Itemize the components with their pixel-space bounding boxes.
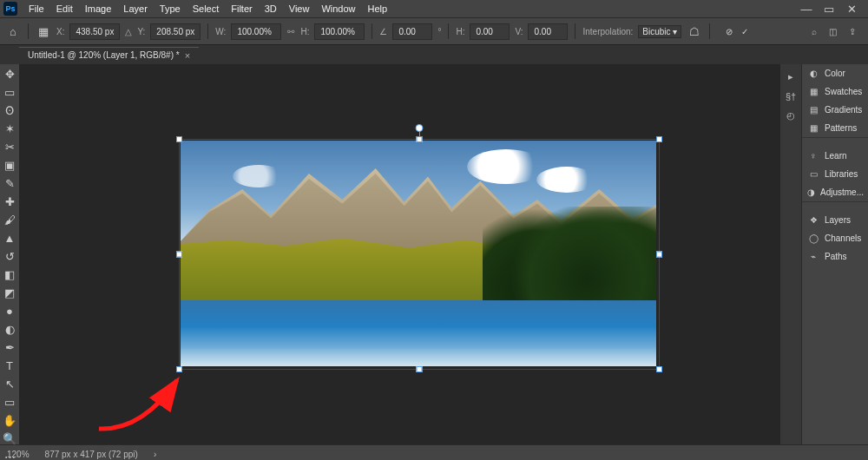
- skew-v-field[interactable]: [528, 23, 568, 40]
- warp-icon[interactable]: ☖: [687, 23, 702, 39]
- menu-window[interactable]: Window: [315, 2, 361, 16]
- y-input[interactable]: [155, 26, 196, 37]
- menu-layer[interactable]: Layer: [117, 2, 154, 16]
- y-field[interactable]: [150, 23, 201, 40]
- menu-select[interactable]: Select: [187, 2, 226, 16]
- panel-dock: ◐Color ▦Swatches ▤Gradients ▦Patterns ♀L…: [801, 64, 868, 444]
- document-tab[interactable]: Untitled-1 @ 120% (Layer 1, RGB/8#) * ×: [19, 47, 199, 63]
- panel-patterns[interactable]: ▦Patterns: [802, 119, 868, 137]
- minimize-button[interactable]: —: [800, 3, 812, 16]
- close-tab-icon[interactable]: ×: [185, 50, 190, 61]
- panel-layers[interactable]: ❖Layers: [802, 211, 868, 229]
- options-bar: ⌂ ▦ X: △ Y: W: ⚯ H: ∠ ° H: V: Interpolat…: [0, 17, 868, 45]
- interpolation-select[interactable]: Bicubic ▾: [638, 25, 681, 38]
- healing-tool-icon[interactable]: ✚: [2, 195, 17, 208]
- menu-help[interactable]: Help: [362, 2, 394, 16]
- panel-gradients[interactable]: ▤Gradients: [802, 101, 868, 119]
- lasso-tool-icon[interactable]: ʘ: [2, 104, 17, 117]
- marquee-tool-icon[interactable]: ▭: [2, 86, 17, 99]
- eyedropper-tool-icon[interactable]: ✎: [2, 177, 17, 190]
- angle-field[interactable]: [392, 23, 432, 40]
- panel-learn[interactable]: ♀Learn: [802, 147, 868, 165]
- panel-paths[interactable]: ⌁Paths: [802, 247, 868, 266]
- panel-adjustments-icon[interactable]: ◴: [786, 110, 795, 122]
- type-tool-icon[interactable]: T: [2, 359, 17, 372]
- quick-select-tool-icon[interactable]: ✶: [2, 122, 17, 135]
- share-icon[interactable]: ⇪: [849, 27, 856, 36]
- document-tab-title: Untitled-1 @ 120% (Layer 1, RGB/8#) *: [28, 50, 180, 60]
- x-field[interactable]: [69, 23, 120, 40]
- transform-bounding-box[interactable]: [179, 139, 660, 370]
- eraser-tool-icon[interactable]: ◧: [2, 268, 17, 281]
- skew-v-input[interactable]: [532, 26, 563, 37]
- panel-color[interactable]: ◐Color: [802, 64, 868, 82]
- menu-bar: Ps File Edit Image Layer Type Select Fil…: [0, 0, 868, 17]
- path-tool-icon[interactable]: ↖: [2, 378, 17, 391]
- menu-3d[interactable]: 3D: [259, 2, 283, 16]
- panel-properties-icon[interactable]: §†: [786, 91, 796, 102]
- zoom-tool-icon[interactable]: 🔍: [2, 432, 17, 445]
- cancel-transform-icon[interactable]: ⊘: [726, 27, 733, 36]
- search-icon[interactable]: ⌕: [812, 27, 817, 36]
- handle-tl[interactable]: [176, 136, 182, 142]
- handle-br[interactable]: [656, 366, 662, 372]
- w-input[interactable]: [235, 26, 277, 37]
- shape-tool-icon[interactable]: ▭: [2, 396, 17, 409]
- menu-file[interactable]: File: [23, 2, 50, 16]
- panel-swatches[interactable]: ▦Swatches: [802, 82, 868, 101]
- move-tool-icon[interactable]: ✥: [2, 68, 17, 81]
- h-label: H:: [300, 27, 309, 36]
- document-info[interactable]: 877 px x 417 px (72 ppi): [45, 450, 138, 459]
- w-field[interactable]: [231, 23, 281, 40]
- handle-bl[interactable]: [176, 366, 182, 372]
- triangle-icon[interactable]: △: [125, 27, 132, 36]
- workspace-icon[interactable]: ◫: [829, 27, 837, 36]
- x-label: X:: [56, 27, 64, 36]
- app-logo: Ps: [3, 2, 17, 16]
- dodge-tool-icon[interactable]: ◐: [2, 323, 17, 336]
- skew-h-label: H:: [456, 27, 464, 36]
- layers-icon: ❖: [807, 215, 819, 225]
- pen-tool-icon[interactable]: ✒: [2, 341, 17, 354]
- handle-bc[interactable]: [417, 366, 423, 372]
- menu-edit[interactable]: Edit: [50, 2, 79, 16]
- skew-h-field[interactable]: [470, 23, 510, 40]
- status-chevron-icon[interactable]: ›: [154, 450, 156, 459]
- panel-adjustments[interactable]: ◑Adjustme...: [802, 183, 868, 201]
- frame-tool-icon[interactable]: ▣: [2, 159, 17, 172]
- menu-filter[interactable]: Filter: [225, 2, 258, 16]
- panel-collapse-icon[interactable]: ▸: [788, 71, 793, 82]
- handle-mr[interactable]: [656, 252, 662, 258]
- restore-button[interactable]: ▭: [823, 3, 835, 16]
- blur-tool-icon[interactable]: ●: [2, 305, 17, 318]
- handle-tr[interactable]: [656, 136, 662, 142]
- commit-transform-icon[interactable]: ✓: [741, 27, 748, 36]
- menu-type[interactable]: Type: [154, 2, 187, 16]
- handle-tc[interactable]: [417, 136, 423, 142]
- menu-view[interactable]: View: [283, 2, 316, 16]
- menu-image[interactable]: Image: [79, 2, 118, 16]
- deg-label: °: [437, 27, 441, 36]
- zoom-level[interactable]: 120%: [7, 450, 30, 459]
- stamp-tool-icon[interactable]: ▲: [2, 232, 17, 245]
- reference-point-icon[interactable]: ▦: [36, 23, 51, 39]
- rotate-handle[interactable]: [416, 124, 424, 132]
- angle-input[interactable]: [397, 26, 428, 37]
- handle-ml[interactable]: [176, 252, 182, 258]
- x-input[interactable]: [74, 26, 115, 37]
- interp-label: Interpolation:: [582, 27, 633, 36]
- link-wh-icon[interactable]: ⚯: [286, 24, 295, 38]
- h-field[interactable]: [314, 23, 365, 40]
- history-brush-tool-icon[interactable]: ↺: [2, 250, 17, 263]
- h-input[interactable]: [319, 26, 360, 37]
- panel-channels[interactable]: ◯Channels: [802, 229, 868, 247]
- canvas[interactable]: [19, 64, 780, 444]
- panel-libraries[interactable]: ▭Libraries: [802, 165, 868, 183]
- gradient-tool-icon[interactable]: ◩: [2, 286, 17, 299]
- brush-tool-icon[interactable]: 🖌: [2, 214, 17, 227]
- hand-tool-icon[interactable]: ✋: [2, 414, 17, 427]
- home-icon[interactable]: ⌂: [5, 23, 21, 39]
- crop-tool-icon[interactable]: ✂: [2, 141, 17, 154]
- close-button[interactable]: ✕: [845, 3, 858, 16]
- skew-h-input[interactable]: [474, 26, 505, 37]
